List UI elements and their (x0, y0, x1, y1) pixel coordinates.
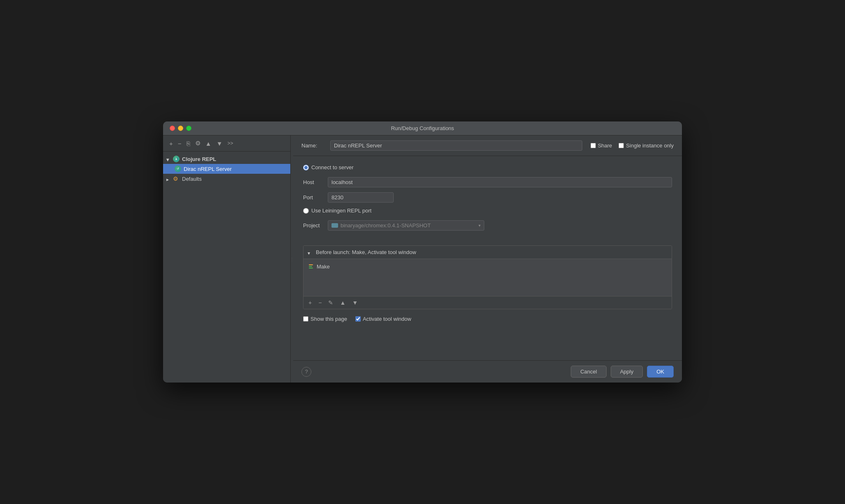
host-input[interactable] (328, 177, 672, 187)
form-content: Connect to server Host Port (293, 156, 682, 360)
traffic-lights (170, 126, 191, 131)
defaults-icon: ⚙ (173, 175, 180, 182)
connect-server-radio-label[interactable]: Connect to server (303, 164, 354, 170)
sidebar-group-header-clojure-repl[interactable]: λ Clojure REPL (163, 154, 290, 164)
project-label: Project (303, 222, 328, 229)
chevron-down-icon (166, 156, 171, 161)
activate-tool-text: Activate tool window (363, 316, 411, 322)
title-bar: Run/Debug Configurations (163, 121, 682, 135)
share-label: Share (598, 142, 612, 149)
activate-tool-checkbox[interactable] (355, 316, 361, 322)
project-dropdown[interactable]: binaryage/chromex:0.4.1-SNAPSHOT ▾ (328, 220, 484, 231)
before-launch-remove-button[interactable]: − (316, 298, 324, 307)
sidebar-group-clojure-repl: λ Clojure REPL ↺ Dirac nREPL Server (163, 154, 290, 174)
move-up-button[interactable]: ▲ (203, 139, 214, 148)
clojure-icon: λ (173, 156, 180, 162)
run-debug-configurations-window: Run/Debug Configurations + − ⎘ ⚙ ▲ ▼ >> (163, 121, 682, 383)
settings-config-button[interactable]: ⚙ (193, 139, 203, 148)
project-row: Project binaryage/chromex:0.4.1-SNAPSHOT… (303, 220, 672, 231)
host-label: Host (303, 179, 328, 185)
show-page-checkbox[interactable] (303, 316, 308, 322)
bottom-bar: ? Cancel Apply OK (293, 360, 682, 383)
single-instance-label: Single instance only (626, 142, 674, 149)
main-layout: + − ⎘ ⚙ ▲ ▼ >> λ Clojure REPL (163, 135, 682, 383)
single-instance-checkbox[interactable] (619, 143, 624, 148)
dropdown-arrow-icon: ▾ (479, 223, 481, 228)
before-launch-add-button[interactable]: + (306, 298, 314, 307)
leiningen-radio[interactable] (303, 208, 309, 214)
chevron-right-icon (166, 176, 171, 181)
name-input[interactable] (330, 140, 582, 151)
share-checkbox[interactable] (591, 143, 596, 148)
before-launch-edit-button[interactable]: ✎ (326, 298, 336, 307)
before-launch-up-button[interactable]: ▲ (337, 298, 348, 307)
before-launch-toolbar: + − ✎ ▲ ▼ (303, 296, 672, 309)
ok-button[interactable]: OK (647, 366, 674, 378)
before-launch-label: Before launch: Make, Activate tool windo… (316, 249, 416, 255)
project-value: binaryage/chromex:0.4.1-SNAPSHOT (341, 222, 431, 229)
sidebar: + − ⎘ ⚙ ▲ ▼ >> λ Clojure REPL (163, 135, 291, 383)
connect-server-radio[interactable] (303, 165, 309, 170)
show-page-text: Show this page (310, 316, 347, 322)
apply-button[interactable]: Apply (611, 366, 643, 378)
sidebar-items: λ Clojure REPL ↺ Dirac nREPL Server (163, 152, 290, 383)
minimize-button[interactable] (178, 126, 183, 131)
before-launch-make-item[interactable]: Make (303, 261, 672, 272)
make-icon (308, 263, 314, 270)
leiningen-label: Use Leiningen REPL port (311, 208, 371, 214)
defaults-label: Defaults (182, 176, 202, 182)
before-launch-down-button[interactable]: ▼ (350, 298, 360, 307)
make-item-label: Make (317, 264, 330, 270)
before-launch-header[interactable]: Before launch: Make, Activate tool windo… (303, 246, 672, 259)
make-bars-icon (309, 264, 313, 268)
port-input[interactable] (328, 192, 394, 203)
name-row: Name: Share Single instance only (293, 135, 682, 156)
sidebar-toolbar: + − ⎘ ⚙ ▲ ▼ >> (163, 135, 290, 152)
action-buttons: Cancel Apply OK (571, 366, 674, 378)
port-row: Port (303, 192, 672, 203)
connect-server-label: Connect to server (311, 164, 354, 170)
show-page-label[interactable]: Show this page (303, 316, 347, 322)
more-button[interactable]: >> (225, 140, 235, 147)
project-icon (331, 223, 338, 228)
remove-config-button[interactable]: − (176, 139, 184, 148)
checkbox-group: Share Single instance only (591, 142, 674, 149)
before-launch-list: Make (303, 259, 672, 296)
clojure-repl-icon: λ (173, 156, 180, 162)
before-launch-chevron-icon (308, 250, 313, 255)
cancel-button[interactable]: Cancel (571, 366, 606, 378)
host-row: Host (303, 177, 672, 187)
before-launch-section: Before launch: Make, Activate tool windo… (303, 245, 672, 309)
copy-config-button[interactable]: ⎘ (184, 139, 192, 148)
connect-server-row: Connect to server (303, 164, 672, 170)
sidebar-item-dirac-label: Dirac nREPL Server (184, 166, 232, 172)
single-instance-checkbox-label[interactable]: Single instance only (619, 142, 674, 149)
show-page-row: Show this page Activate tool window (303, 316, 672, 322)
window-title: Run/Debug Configurations (391, 125, 454, 131)
activate-tool-label[interactable]: Activate tool window (355, 316, 411, 322)
maximize-button[interactable] (186, 126, 191, 131)
leiningen-radio-label[interactable]: Use Leiningen REPL port (303, 208, 371, 214)
nrepl-icon: ↺ (175, 166, 181, 172)
leiningen-row: Use Leiningen REPL port (303, 208, 672, 214)
close-button[interactable] (170, 126, 175, 131)
share-checkbox-label[interactable]: Share (591, 142, 612, 149)
add-config-button[interactable]: + (167, 139, 175, 148)
port-label: Port (303, 194, 328, 201)
help-button[interactable]: ? (301, 367, 311, 377)
sidebar-group-defaults[interactable]: ⚙ Defaults (163, 174, 290, 184)
name-label: Name: (301, 142, 322, 149)
content-area: Name: Share Single instance only (293, 135, 682, 383)
move-down-button[interactable]: ▼ (214, 139, 224, 148)
sidebar-item-dirac-nrepl[interactable]: ↺ Dirac nREPL Server (163, 164, 290, 174)
clojure-repl-label: Clojure REPL (182, 156, 216, 162)
nrepl-item-icon: ↺ (175, 166, 181, 172)
